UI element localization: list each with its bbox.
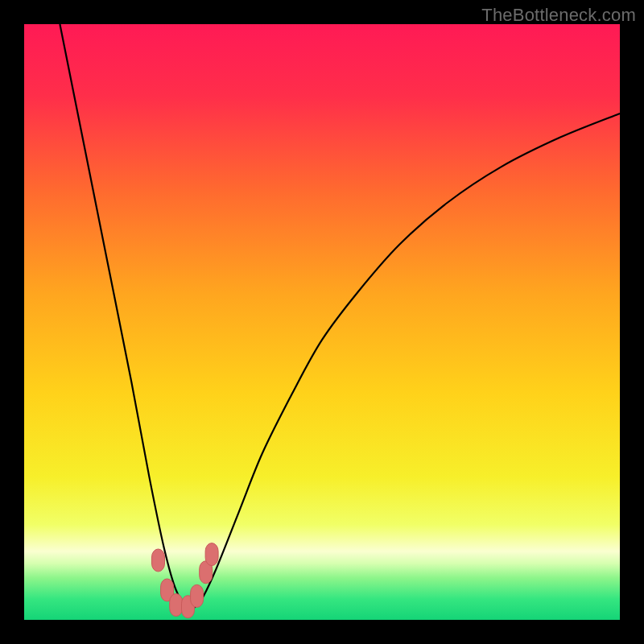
- curve-marker: [205, 543, 218, 566]
- plot-area: [24, 24, 620, 620]
- curve-marker: [191, 584, 204, 607]
- watermark-text: TheBottleneck.com: [481, 5, 636, 26]
- bottleneck-curve: [60, 24, 620, 609]
- curve-marker: [152, 549, 165, 572]
- chart-frame: TheBottleneck.com: [0, 0, 644, 644]
- marker-group: [152, 543, 219, 618]
- curve-marker: [170, 594, 183, 617]
- curve-layer: [24, 24, 620, 620]
